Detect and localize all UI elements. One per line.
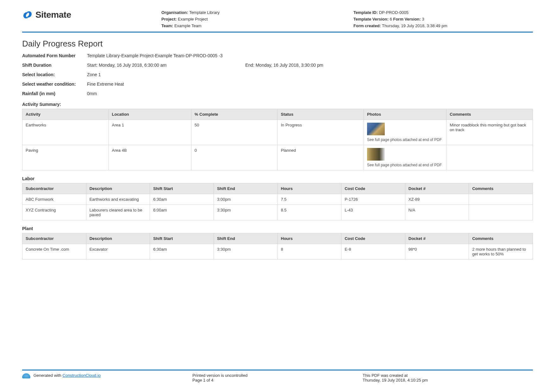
location-label: Select location: bbox=[22, 72, 87, 77]
labor-th-code: Cost Code bbox=[341, 183, 405, 194]
plant-th-hours: Hours bbox=[278, 233, 341, 244]
page-header: Sitemate Organisation: Template Library … bbox=[22, 9, 533, 33]
field-shift-duration: Shift Duration Start: Monday, 16 July 20… bbox=[22, 63, 533, 68]
afn-label: Automated Form Number bbox=[22, 53, 87, 58]
activity-th-activity: Activity bbox=[22, 109, 109, 120]
plant-th-desc: Description bbox=[86, 233, 150, 244]
cell-activity: Paving bbox=[22, 145, 109, 170]
cell-comments: Minor roadblock this morning but got bac… bbox=[446, 120, 533, 145]
field-weather: Select weather condition: Fine Extreme H… bbox=[22, 82, 533, 87]
activity-section-title: Activity Summary: bbox=[22, 102, 533, 107]
sitemate-logo-icon bbox=[22, 9, 33, 20]
labor-th-comments: Comments bbox=[469, 183, 533, 194]
cell-desc: Labourers cleared area to be paved bbox=[86, 205, 150, 220]
org-label: Organisation: bbox=[161, 10, 188, 15]
plant-row: Concrete On Time .com Excavator 6:30am 3… bbox=[22, 244, 533, 260]
cell-docket: 98*0 bbox=[405, 244, 469, 260]
photo-thumbnail-icon bbox=[367, 123, 385, 135]
cell-code: P-1726 bbox=[341, 194, 405, 205]
footer-generated: Generated with ConstructionCloud.io bbox=[22, 373, 192, 383]
labor-th-hours: Hours bbox=[278, 183, 341, 194]
plant-th-docket: Docket # bbox=[405, 233, 469, 244]
weather-label: Select weather condition: bbox=[22, 82, 87, 87]
org-value: Template Library bbox=[188, 10, 220, 15]
page-number: Page 1 of 4 bbox=[192, 378, 363, 383]
activity-th-location: Location bbox=[109, 109, 191, 120]
cell-hours: 8.5 bbox=[278, 205, 341, 220]
cell-sub: Concrete On Time .com bbox=[22, 244, 86, 260]
cell-complete: 50 bbox=[191, 120, 278, 145]
activity-th-photos: Photos bbox=[364, 109, 446, 120]
labor-row: XYZ Contracting Labourers cleared area t… bbox=[22, 205, 533, 220]
template-id-value: DP-PROD-0005 bbox=[378, 10, 408, 15]
created-label: This PDF was created at bbox=[363, 373, 533, 378]
cell-start: 6:30am bbox=[150, 244, 214, 260]
labor-th-end: Shift End bbox=[214, 183, 278, 194]
field-location: Select location: Zone 1 bbox=[22, 72, 533, 77]
shift-label: Shift Duration bbox=[22, 63, 87, 68]
cell-comments bbox=[469, 194, 533, 205]
brand-block: Sitemate bbox=[22, 9, 149, 20]
labor-th-docket: Docket # bbox=[405, 183, 469, 194]
cell-docket: XZ-89 bbox=[405, 194, 469, 205]
plant-th-comments: Comments bbox=[469, 233, 533, 244]
project-label: Project: bbox=[161, 17, 177, 21]
plant-th-end: Shift End bbox=[214, 233, 278, 244]
cell-desc: Earthworks and excavating bbox=[86, 194, 150, 205]
cell-location: Area 1 bbox=[109, 120, 191, 145]
created-timestamp: Thursday, 19 July 2018, 4:10:25 pm bbox=[363, 378, 533, 383]
cell-start: 6:30am bbox=[150, 194, 214, 205]
header-meta-right: Template ID: DP-PROD-0005 Template Versi… bbox=[353, 9, 533, 29]
cell-status: In Progress bbox=[278, 120, 364, 145]
brand-name: Sitemate bbox=[35, 10, 71, 20]
project-value: Example Project bbox=[177, 17, 208, 21]
labor-section-title: Labor bbox=[22, 176, 533, 181]
shift-start: Start: Monday, 16 July 2018, 6:30:00 am bbox=[87, 63, 245, 68]
photo-note: See full page photos attached at end of … bbox=[367, 163, 442, 167]
cell-sub: ABC Formwork bbox=[22, 194, 86, 205]
cell-hours: 8 bbox=[278, 244, 341, 260]
cell-end: 3:00pm bbox=[214, 194, 278, 205]
cell-end: 3:30pm bbox=[214, 205, 278, 220]
activity-row: Earthworks Area 1 50 In Progress See ful… bbox=[22, 120, 533, 145]
rainfall-label: Rainfall (in mm) bbox=[22, 91, 87, 96]
cell-status: Planned bbox=[278, 145, 364, 170]
header-meta-left: Organisation: Template Library Project: … bbox=[161, 9, 341, 29]
field-rainfall: Rainfall (in mm) 0mm bbox=[22, 91, 533, 96]
generated-link[interactable]: ConstructionCloud.io bbox=[62, 373, 101, 378]
cell-comments: 2 more hours than planned to get works t… bbox=[469, 244, 533, 260]
form-created-value: Thursday, 19 July 2018, 3:38:49 pm bbox=[381, 23, 447, 28]
activity-row: Paving Area 4B 0 Planned See full page p… bbox=[22, 145, 533, 170]
cell-code: E-8 bbox=[341, 244, 405, 260]
location-value: Zone 1 bbox=[87, 72, 245, 77]
cell-code: L-43 bbox=[341, 205, 405, 220]
plant-th-sub: Subcontractor bbox=[22, 233, 86, 244]
cell-sub: XYZ Contracting bbox=[22, 205, 86, 220]
template-id-label: Template ID: bbox=[353, 10, 378, 15]
team-label: Team: bbox=[161, 23, 173, 28]
cell-activity: Earthworks bbox=[22, 120, 109, 145]
generated-prefix: Generated with bbox=[34, 373, 63, 378]
cell-docket: N/A bbox=[405, 205, 469, 220]
page-footer: Generated with ConstructionCloud.io Prin… bbox=[22, 370, 533, 383]
shift-end: End: Monday, 16 July 2018, 3:30:00 pm bbox=[245, 63, 533, 68]
form-version-value: 3 bbox=[421, 17, 424, 21]
cell-location: Area 4B bbox=[109, 145, 191, 170]
cell-photos: See full page photos attached at end of … bbox=[364, 145, 446, 170]
plant-section-title: Plant bbox=[22, 226, 533, 231]
cell-hours: 7.5 bbox=[278, 194, 341, 205]
field-automated-form-number: Automated Form Number Template Library-E… bbox=[22, 53, 533, 58]
cell-start: 6:00am bbox=[150, 205, 214, 220]
afn-value: Template Library-Example Project-Example… bbox=[87, 53, 533, 58]
form-created-label: Form created: bbox=[353, 23, 381, 28]
weather-value: Fine Extreme Heat bbox=[87, 82, 245, 87]
plant-table: Subcontractor Description Shift Start Sh… bbox=[22, 233, 533, 260]
template-version-label: Template Version: bbox=[353, 17, 389, 21]
labor-table: Subcontractor Description Shift Start Sh… bbox=[22, 183, 533, 220]
photo-note: See full page photos attached at end of … bbox=[367, 138, 442, 142]
activity-table: Activity Location % Complete Status Phot… bbox=[22, 109, 533, 170]
plant-th-code: Cost Code bbox=[341, 233, 405, 244]
labor-th-desc: Description bbox=[86, 183, 150, 194]
labor-th-start: Shift Start bbox=[150, 183, 214, 194]
hardhat-icon bbox=[22, 373, 30, 378]
